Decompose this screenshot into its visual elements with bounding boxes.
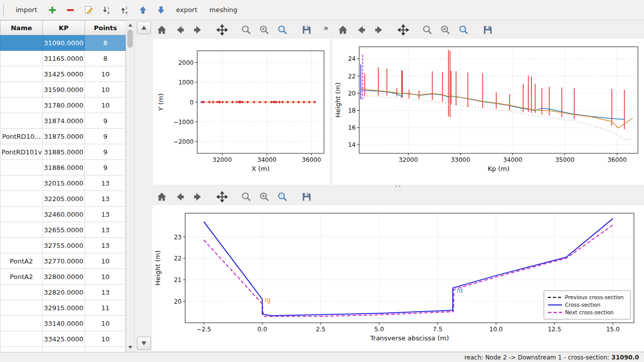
column-header[interactable]: Points xyxy=(85,21,126,35)
kp-cell[interactable]: 31886.0000 xyxy=(43,160,85,175)
points-cell[interactable]: 13 xyxy=(85,175,126,191)
splitter-handle[interactable] xyxy=(395,185,400,188)
toolbar-drag-handle[interactable] xyxy=(3,5,7,16)
sort-descending-button[interactable] xyxy=(100,3,114,17)
table-row[interactable]: 32460.000013 xyxy=(1,207,126,222)
points-cell[interactable]: 9 xyxy=(85,113,126,129)
name-cell[interactable] xyxy=(1,207,43,222)
points-cell[interactable]: 9 xyxy=(85,129,126,144)
zoom-button[interactable] xyxy=(238,189,254,204)
home-button[interactable] xyxy=(154,189,169,204)
points-cell[interactable]: 8 xyxy=(85,35,126,51)
customize-button[interactable] xyxy=(456,22,471,37)
name-cell[interactable] xyxy=(1,331,43,347)
table-row[interactable]: 31886.00009 xyxy=(1,160,126,175)
move-up-button[interactable] xyxy=(136,3,150,17)
back-button[interactable] xyxy=(353,22,368,37)
table-row[interactable]: 33425.000010 xyxy=(1,331,126,347)
scroll-up-button[interactable] xyxy=(126,21,134,29)
table-row[interactable]: PontA232770.000010 xyxy=(1,253,126,269)
toolbar-overflow-chevron[interactable]: » xyxy=(324,23,329,33)
points-cell[interactable]: 13 xyxy=(85,238,126,253)
save-button[interactable] xyxy=(299,22,314,37)
edit-cross-section-button[interactable] xyxy=(82,3,96,17)
column-header[interactable]: Name xyxy=(1,21,43,35)
name-cell[interactable] xyxy=(1,98,43,113)
table-row[interactable]: 31590.000010 xyxy=(1,82,126,98)
table-row[interactable]: 31874.00009 xyxy=(1,113,126,129)
name-cell[interactable] xyxy=(1,238,43,253)
kp-cell[interactable]: 32800.0000 xyxy=(43,269,85,285)
kp-cell[interactable]: 32460.0000 xyxy=(43,207,85,222)
name-cell[interactable]: PontA2 xyxy=(1,269,43,285)
points-cell[interactable]: 10 xyxy=(85,82,126,98)
points-cell[interactable]: 9 xyxy=(85,144,126,160)
table-row[interactable]: 32655.000013 xyxy=(1,222,126,238)
subplots-button[interactable] xyxy=(257,189,272,204)
back-button[interactable] xyxy=(172,189,187,204)
table-row[interactable]: 31090.00008 xyxy=(1,35,126,51)
subplots-button[interactable] xyxy=(438,22,453,37)
table-row[interactable]: 31425.000010 xyxy=(1,66,126,82)
name-cell[interactable]: PontA2 xyxy=(1,253,43,269)
export-button[interactable]: export xyxy=(172,4,201,16)
points-cell[interactable]: 8 xyxy=(85,51,126,66)
table-row[interactable]: 32915.000011 xyxy=(1,300,126,316)
kp-cell[interactable]: 32820.0000 xyxy=(43,285,85,300)
customize-button[interactable] xyxy=(275,22,290,37)
scrollbar-thumb[interactable] xyxy=(127,30,133,48)
column-header[interactable]: KP xyxy=(43,21,85,35)
kp-cell[interactable]: 32770.0000 xyxy=(43,253,85,269)
next-section-button[interactable] xyxy=(137,337,151,350)
name-cell[interactable] xyxy=(1,113,43,129)
points-cell[interactable]: 10 xyxy=(85,316,126,331)
kp-cell[interactable]: 32205.0000 xyxy=(43,191,85,207)
points-cell[interactable]: 13 xyxy=(85,285,126,300)
points-cell[interactable]: 13 xyxy=(85,207,126,222)
back-button[interactable] xyxy=(172,22,187,37)
name-cell[interactable] xyxy=(1,66,43,82)
kp-cell[interactable]: 31875.0000 xyxy=(43,129,85,144)
pan-button[interactable] xyxy=(395,22,411,37)
forward-button[interactable] xyxy=(190,22,205,37)
meshing-button[interactable]: meshing xyxy=(205,4,242,16)
home-button[interactable] xyxy=(335,22,350,37)
name-cell[interactable]: PontRD101v xyxy=(1,144,43,160)
name-cell[interactable] xyxy=(1,82,43,98)
table-row[interactable]: 32820.000013 xyxy=(1,285,126,300)
move-down-button[interactable] xyxy=(154,3,168,17)
kp-cell[interactable]: 32755.0000 xyxy=(43,238,85,253)
points-cell[interactable]: 13 xyxy=(85,191,126,207)
table-row[interactable]: 31780.000010 xyxy=(1,98,126,113)
points-cell[interactable]: 10 xyxy=(85,66,126,82)
pan-button[interactable] xyxy=(214,22,229,37)
table-row[interactable]: 32755.000013 xyxy=(1,238,126,253)
points-cell[interactable]: 13 xyxy=(85,222,126,238)
zoom-button[interactable] xyxy=(238,22,254,37)
kp-cell[interactable]: 31874.0000 xyxy=(43,113,85,129)
kp-cell[interactable]: 33425.0000 xyxy=(43,331,85,347)
points-cell[interactable]: 9 xyxy=(85,160,126,175)
kp-cell[interactable]: 31165.0000 xyxy=(43,51,85,66)
kp-cell[interactable]: 31590.0000 xyxy=(43,82,85,98)
remove-cross-section-button[interactable] xyxy=(63,3,77,17)
cross-section-chart[interactable]: −2.50.02.55.07.510.012.515.020212223Tran… xyxy=(152,205,644,351)
kp-cell[interactable]: 33140.0000 xyxy=(43,316,85,331)
scroll-down-button[interactable] xyxy=(126,343,134,351)
import-button[interactable]: import xyxy=(12,4,41,16)
longitudinal-profile-chart[interactable]: 3200033000340003500036000141618202224Kp … xyxy=(332,39,644,185)
previous-section-button[interactable] xyxy=(137,21,151,34)
name-cell[interactable] xyxy=(1,222,43,238)
save-button[interactable] xyxy=(299,189,314,204)
table-row[interactable]: 33140.000010 xyxy=(1,316,126,331)
table-row[interactable]: PontRD101v31885.00009 xyxy=(1,144,126,160)
points-cell[interactable]: 10 xyxy=(85,98,126,113)
forward-button[interactable] xyxy=(190,189,205,204)
kp-cell[interactable]: 32655.0000 xyxy=(43,222,85,238)
kp-cell[interactable]: 31780.0000 xyxy=(43,98,85,113)
kp-cell[interactable]: 32015.0000 xyxy=(43,175,85,191)
name-cell[interactable]: PontRD10... xyxy=(1,129,43,144)
zoom-button[interactable] xyxy=(420,22,435,37)
name-cell[interactable] xyxy=(1,175,43,191)
customize-button[interactable] xyxy=(275,189,290,204)
